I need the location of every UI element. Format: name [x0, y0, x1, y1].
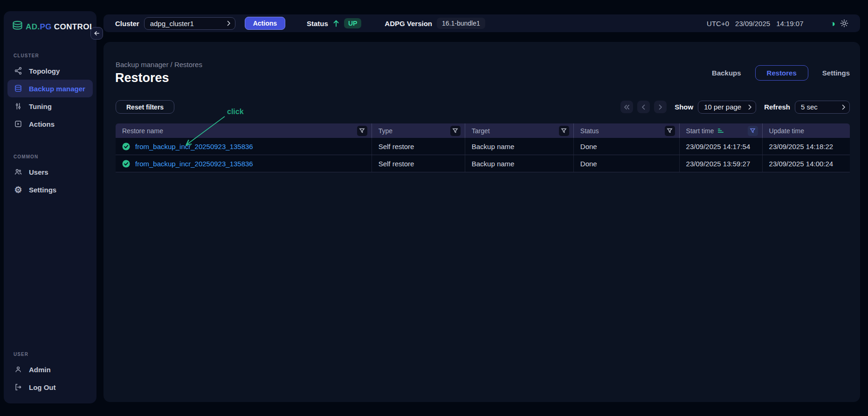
logo-part-control: CONTROL — [54, 22, 95, 31]
filter-icon[interactable] — [665, 126, 675, 136]
version-label: ADPG Version — [385, 20, 432, 27]
sun-icon[interactable] — [840, 19, 848, 27]
logo-part-ad: AD. — [26, 22, 40, 31]
tuning-icon — [14, 102, 23, 111]
filter-icon-active[interactable] — [748, 126, 758, 136]
cell-type: Self restore — [372, 155, 465, 172]
check-circle-icon — [122, 143, 130, 150]
annotation-click-label: click — [227, 108, 244, 116]
sort-ascending-icon[interactable] — [718, 128, 724, 134]
column-header-start-time: Start time — [680, 123, 763, 138]
database-icon — [14, 84, 23, 93]
table-row[interactable]: from_backup_incr_20250923_135836 Self re… — [116, 155, 850, 172]
annotation-arrow — [183, 114, 229, 150]
check-circle-icon — [122, 160, 130, 168]
restore-name-link[interactable]: from_backup_incr_20250923_135836 — [135, 160, 253, 168]
cluster-select-value: adpg_cluster1 — [150, 20, 227, 27]
sidebar-item-label: Admin — [29, 366, 51, 374]
sidebar-item-settings[interactable]: ⚙ Settings — [7, 181, 93, 198]
user-icon — [14, 365, 23, 374]
sidebar-item-actions[interactable]: Actions — [7, 115, 93, 133]
time-value: 14:19:07 — [776, 20, 803, 27]
timezone-value: UTC+0 — [707, 20, 729, 27]
sidebar-item-topology[interactable]: Topology — [7, 62, 93, 80]
show-label: Show — [675, 103, 693, 111]
cell-status: Done — [574, 138, 680, 155]
column-header-status: Status — [574, 123, 680, 138]
logout-icon — [14, 382, 23, 392]
refresh-label: Refresh — [764, 103, 790, 111]
logo-part-pg: PG — [40, 22, 51, 31]
first-page-button[interactable] — [620, 101, 633, 113]
play-square-icon — [14, 119, 23, 129]
actions-button[interactable]: Actions — [245, 17, 285, 30]
breadcrumb: Backup manager / Restores — [116, 61, 202, 68]
topology-icon — [14, 66, 23, 75]
sidebar-collapse-button[interactable] — [90, 27, 103, 40]
reset-filters-button[interactable]: Reset filters — [116, 100, 174, 114]
sidebar-item-admin[interactable]: Admin — [7, 361, 93, 378]
sidebar: AD.PGCONTROL CLUSTER Topology — [4, 11, 96, 403]
sidebar-item-label: Log Out — [29, 383, 55, 391]
column-header-update-time: Update time — [763, 123, 850, 138]
tab-restores[interactable]: Restores — [755, 65, 808, 81]
page-size-value: 10 per page — [704, 103, 748, 111]
top-header-bar: Cluster adpg_cluster1 Actions Status UP … — [103, 14, 860, 32]
refresh-interval-value: 5 sec — [801, 103, 842, 111]
refresh-interval-select[interactable]: 5 sec — [795, 101, 850, 114]
toolbar: Reset filters Show 10 per page — [116, 100, 850, 114]
sidebar-item-label: Backup manager — [29, 85, 85, 93]
cell-status: Done — [574, 155, 680, 172]
sidebar-item-label: Users — [29, 168, 48, 176]
chevron-right-icon — [748, 104, 752, 110]
cluster-select[interactable]: adpg_cluster1 — [144, 17, 235, 30]
app-logo: AD.PGCONTROL — [4, 16, 96, 34]
column-header-restore-name: Restore name — [116, 123, 372, 138]
cell-start-time: 23/09/2025 13:59:27 — [680, 155, 763, 172]
sidebar-item-label: Topology — [29, 67, 60, 75]
sidebar-item-users[interactable]: Users — [7, 163, 93, 181]
next-page-button[interactable] — [654, 101, 667, 113]
screen: AD.PGCONTROL CLUSTER Topology — [0, 0, 868, 416]
sidebar-section-user: USER — [4, 352, 96, 357]
status-label: Status — [307, 20, 328, 27]
users-icon — [14, 167, 23, 177]
sidebar-section-common: COMMON — [4, 154, 96, 159]
tab-settings[interactable]: Settings — [822, 65, 850, 81]
cell-update-time: 23/09/2025 14:00:24 — [763, 155, 850, 172]
sidebar-item-tuning[interactable]: Tuning — [7, 97, 93, 115]
sidebar-section-cluster: CLUSTER — [4, 53, 96, 58]
arrow-left-icon — [93, 30, 100, 37]
sidebar-item-label: Actions — [29, 120, 55, 128]
page-size-select[interactable]: 10 per page — [698, 101, 756, 114]
cell-update-time: 23/09/2025 14:18:22 — [763, 138, 850, 155]
database-logo-icon — [11, 20, 24, 34]
chevron-right-icon — [227, 20, 231, 26]
sidebar-item-label: Settings — [29, 186, 56, 194]
main-panel: Backup manager / Restores Restores Backu… — [103, 42, 860, 402]
gear-icon: ⚙ — [14, 185, 23, 194]
theme-contrast-icon[interactable]: ◑ — [830, 19, 835, 28]
cell-target: Backup name — [465, 155, 574, 172]
tabs: Backups Restores Settings — [712, 65, 850, 81]
filter-icon[interactable] — [559, 126, 569, 136]
status-badge: UP — [344, 18, 361, 28]
filter-icon[interactable] — [357, 126, 367, 136]
cell-target: Backup name — [465, 138, 574, 155]
column-header-type: Type — [372, 123, 465, 138]
sidebar-item-label: Tuning — [29, 102, 52, 110]
chevron-right-icon — [842, 104, 846, 110]
version-value: 16.1-bundle1 — [437, 18, 485, 29]
cell-type: Self restore — [372, 138, 465, 155]
sidebar-item-logout[interactable]: Log Out — [7, 378, 93, 396]
filter-icon[interactable] — [450, 126, 461, 136]
sidebar-item-backup-manager[interactable]: Backup manager — [7, 80, 93, 97]
page-title: Restores — [115, 71, 169, 85]
status-up-arrow-icon — [332, 19, 340, 27]
column-header-target: Target — [465, 123, 574, 138]
cluster-label: Cluster — [115, 20, 139, 27]
tab-backups[interactable]: Backups — [712, 65, 741, 81]
cell-start-time: 23/09/2025 14:17:54 — [680, 138, 763, 155]
date-value: 23/09/2025 — [735, 20, 770, 27]
prev-page-button[interactable] — [637, 101, 650, 113]
